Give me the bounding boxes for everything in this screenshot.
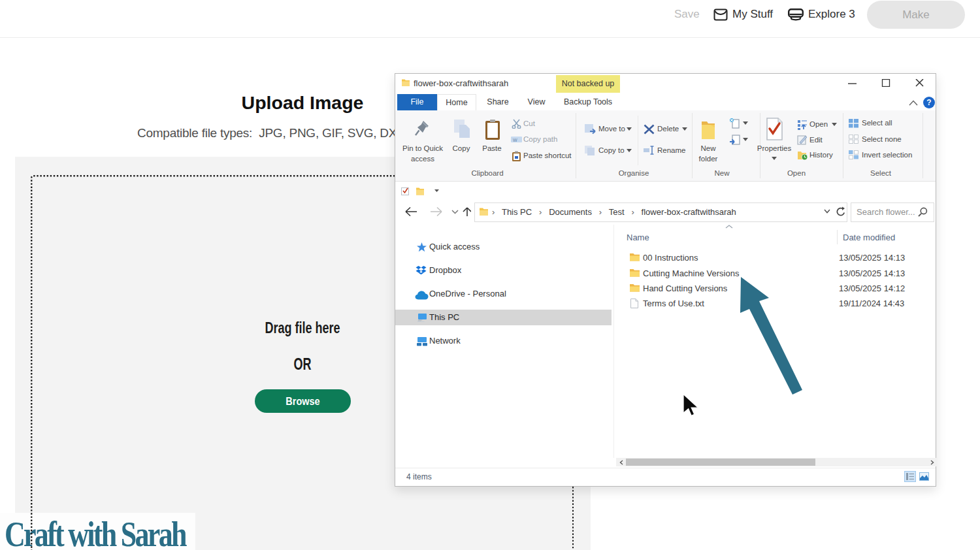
- svg-text:W: W: [513, 138, 517, 142]
